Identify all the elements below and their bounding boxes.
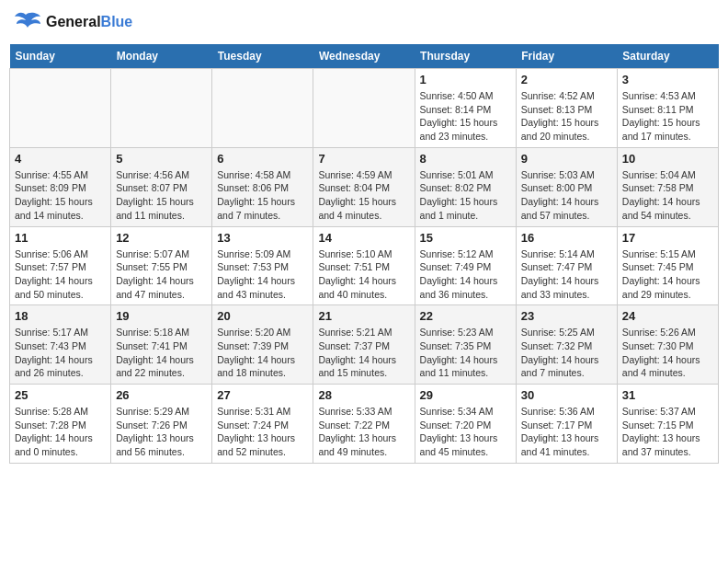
calendar-day-cell: 4Sunrise: 4:55 AM Sunset: 8:09 PM Daylig… [10, 147, 111, 226]
day-number: 30 [521, 388, 612, 402]
calendar-day-cell: 11Sunrise: 5:06 AM Sunset: 7:57 PM Dayli… [10, 226, 111, 305]
day-info: Sunrise: 5:25 AM Sunset: 7:32 PM Dayligh… [521, 326, 612, 380]
calendar-week-row: 25Sunrise: 5:28 AM Sunset: 7:28 PM Dayli… [10, 385, 719, 464]
calendar-day-cell: 3Sunrise: 4:53 AM Sunset: 8:11 PM Daylig… [617, 69, 718, 148]
day-number: 7 [318, 152, 409, 166]
day-info: Sunrise: 5:10 AM Sunset: 7:51 PM Dayligh… [318, 247, 409, 302]
day-info: Sunrise: 5:34 AM Sunset: 7:20 PM Dayligh… [420, 405, 511, 459]
day-info: Sunrise: 5:03 AM Sunset: 8:00 PM Dayligh… [521, 168, 612, 223]
calendar-day-cell [111, 69, 212, 148]
logo: GeneralBlue [9, 9, 132, 35]
day-info: Sunrise: 5:20 AM Sunset: 7:39 PM Dayligh… [217, 326, 308, 380]
calendar-day-cell [212, 69, 313, 148]
day-number: 27 [217, 388, 308, 402]
day-info: Sunrise: 4:55 AM Sunset: 8:09 PM Dayligh… [15, 168, 106, 223]
day-number: 11 [15, 231, 106, 245]
day-info: Sunrise: 5:01 AM Sunset: 8:02 PM Dayligh… [420, 168, 511, 223]
calendar-day-cell: 20Sunrise: 5:20 AM Sunset: 7:39 PM Dayli… [212, 305, 313, 385]
day-info: Sunrise: 5:21 AM Sunset: 7:37 PM Dayligh… [318, 326, 409, 380]
day-info: Sunrise: 5:15 AM Sunset: 7:45 PM Dayligh… [622, 247, 713, 302]
day-info: Sunrise: 4:53 AM Sunset: 8:11 PM Dayligh… [622, 89, 713, 144]
calendar-week-row: 1Sunrise: 4:50 AM Sunset: 8:14 PM Daylig… [10, 69, 719, 148]
calendar-day-cell: 27Sunrise: 5:31 AM Sunset: 7:24 PM Dayli… [212, 385, 313, 464]
day-number: 23 [521, 309, 612, 323]
day-number: 15 [420, 231, 511, 245]
calendar-day-cell: 9Sunrise: 5:03 AM Sunset: 8:00 PM Daylig… [516, 147, 617, 226]
day-number: 18 [15, 309, 106, 323]
calendar-day-cell: 13Sunrise: 5:09 AM Sunset: 7:53 PM Dayli… [212, 226, 313, 305]
weekday-header: Thursday [415, 44, 516, 69]
day-number: 25 [15, 388, 106, 402]
day-number: 3 [622, 73, 713, 86]
day-number: 19 [116, 309, 207, 323]
day-info: Sunrise: 5:31 AM Sunset: 7:24 PM Dayligh… [217, 405, 308, 459]
day-info: Sunrise: 5:17 AM Sunset: 7:43 PM Dayligh… [15, 326, 106, 380]
calendar-day-cell: 25Sunrise: 5:28 AM Sunset: 7:28 PM Dayli… [10, 385, 111, 464]
calendar-day-cell: 16Sunrise: 5:14 AM Sunset: 7:47 PM Dayli… [516, 226, 617, 305]
day-info: Sunrise: 5:33 AM Sunset: 7:22 PM Dayligh… [318, 405, 409, 459]
day-number: 14 [318, 231, 409, 245]
calendar-day-cell: 21Sunrise: 5:21 AM Sunset: 7:37 PM Dayli… [313, 305, 415, 385]
calendar-day-cell: 19Sunrise: 5:18 AM Sunset: 7:41 PM Dayli… [111, 305, 212, 385]
calendar-day-cell: 5Sunrise: 4:56 AM Sunset: 8:07 PM Daylig… [111, 147, 212, 226]
calendar-day-cell: 15Sunrise: 5:12 AM Sunset: 7:49 PM Dayli… [415, 226, 516, 305]
day-number: 1 [420, 73, 511, 86]
calendar-week-row: 4Sunrise: 4:55 AM Sunset: 8:09 PM Daylig… [10, 147, 719, 226]
day-info: Sunrise: 5:23 AM Sunset: 7:35 PM Dayligh… [420, 326, 511, 380]
calendar-day-cell [10, 69, 111, 148]
calendar-day-cell: 18Sunrise: 5:17 AM Sunset: 7:43 PM Dayli… [10, 305, 111, 385]
day-number: 26 [116, 388, 207, 402]
page-header: GeneralBlue [9, 9, 719, 35]
calendar-day-cell: 31Sunrise: 5:37 AM Sunset: 7:15 PM Dayli… [617, 385, 718, 464]
logo-text: GeneralBlue [46, 14, 132, 30]
day-info: Sunrise: 5:14 AM Sunset: 7:47 PM Dayligh… [521, 247, 612, 302]
day-number: 8 [420, 152, 511, 166]
day-number: 20 [217, 309, 308, 323]
day-number: 2 [521, 73, 612, 86]
day-number: 5 [116, 152, 207, 166]
day-number: 22 [420, 309, 511, 323]
calendar-day-cell: 17Sunrise: 5:15 AM Sunset: 7:45 PM Dayli… [617, 226, 718, 305]
calendar-day-cell: 7Sunrise: 4:59 AM Sunset: 8:04 PM Daylig… [313, 147, 415, 226]
calendar-day-cell: 8Sunrise: 5:01 AM Sunset: 8:02 PM Daylig… [415, 147, 516, 226]
calendar-week-row: 11Sunrise: 5:06 AM Sunset: 7:57 PM Dayli… [10, 226, 719, 305]
day-number: 12 [116, 231, 207, 245]
day-number: 10 [622, 152, 713, 166]
day-number: 6 [217, 152, 308, 166]
day-number: 17 [622, 231, 713, 245]
calendar-day-cell: 12Sunrise: 5:07 AM Sunset: 7:55 PM Dayli… [111, 226, 212, 305]
day-info: Sunrise: 5:06 AM Sunset: 7:57 PM Dayligh… [15, 247, 106, 302]
day-number: 21 [318, 309, 409, 323]
calendar-day-cell: 6Sunrise: 4:58 AM Sunset: 8:06 PM Daylig… [212, 147, 313, 226]
calendar-day-cell: 28Sunrise: 5:33 AM Sunset: 7:22 PM Dayli… [313, 385, 415, 464]
day-info: Sunrise: 4:56 AM Sunset: 8:07 PM Dayligh… [116, 168, 207, 223]
day-info: Sunrise: 4:58 AM Sunset: 8:06 PM Dayligh… [217, 168, 308, 223]
day-info: Sunrise: 5:04 AM Sunset: 7:58 PM Dayligh… [622, 168, 713, 223]
day-info: Sunrise: 5:28 AM Sunset: 7:28 PM Dayligh… [15, 405, 106, 459]
day-info: Sunrise: 5:37 AM Sunset: 7:15 PM Dayligh… [622, 405, 713, 459]
calendar-day-cell: 1Sunrise: 4:50 AM Sunset: 8:14 PM Daylig… [415, 69, 516, 148]
day-info: Sunrise: 5:36 AM Sunset: 7:17 PM Dayligh… [521, 405, 612, 459]
day-number: 28 [318, 388, 409, 402]
day-info: Sunrise: 4:50 AM Sunset: 8:14 PM Dayligh… [420, 89, 511, 144]
day-number: 4 [15, 152, 106, 166]
weekday-header: Friday [516, 44, 617, 69]
day-info: Sunrise: 5:09 AM Sunset: 7:53 PM Dayligh… [217, 247, 308, 302]
day-number: 29 [420, 388, 511, 402]
calendar-day-cell: 10Sunrise: 5:04 AM Sunset: 7:58 PM Dayli… [617, 147, 718, 226]
calendar-day-cell: 30Sunrise: 5:36 AM Sunset: 7:17 PM Dayli… [516, 385, 617, 464]
calendar-day-cell: 2Sunrise: 4:52 AM Sunset: 8:13 PM Daylig… [516, 69, 617, 148]
calendar-table: SundayMondayTuesdayWednesdayThursdayFrid… [9, 44, 719, 464]
calendar-day-cell: 24Sunrise: 5:26 AM Sunset: 7:30 PM Dayli… [617, 305, 718, 385]
weekday-header: Sunday [10, 44, 111, 69]
calendar-day-cell: 29Sunrise: 5:34 AM Sunset: 7:20 PM Dayli… [415, 385, 516, 464]
calendar-day-cell: 26Sunrise: 5:29 AM Sunset: 7:26 PM Dayli… [111, 385, 212, 464]
day-info: Sunrise: 5:12 AM Sunset: 7:49 PM Dayligh… [420, 247, 511, 302]
day-number: 24 [622, 309, 713, 323]
weekday-header-row: SundayMondayTuesdayWednesdayThursdayFrid… [10, 44, 719, 69]
weekday-header: Tuesday [212, 44, 313, 69]
calendar-day-cell: 14Sunrise: 5:10 AM Sunset: 7:51 PM Dayli… [313, 226, 415, 305]
calendar-week-row: 18Sunrise: 5:17 AM Sunset: 7:43 PM Dayli… [10, 305, 719, 385]
day-info: Sunrise: 5:18 AM Sunset: 7:41 PM Dayligh… [116, 326, 207, 380]
day-number: 16 [521, 231, 612, 245]
